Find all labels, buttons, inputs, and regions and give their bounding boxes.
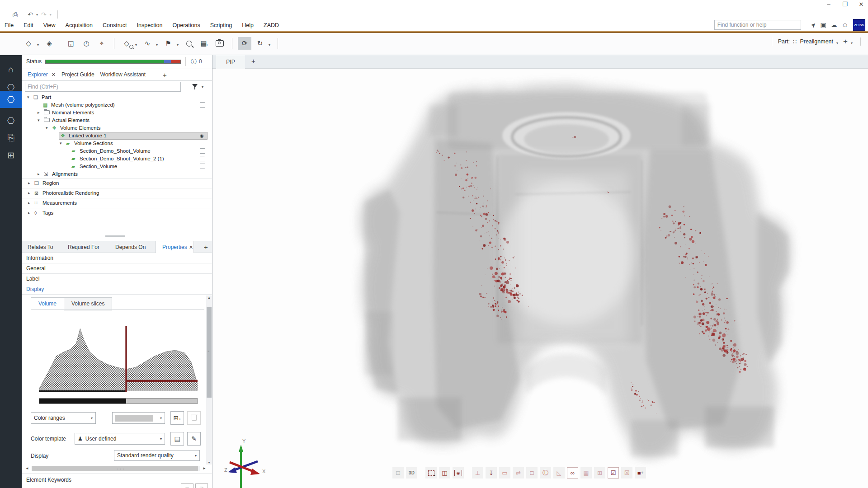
- 3d-view-button[interactable]: 3D: [406, 467, 417, 479]
- select-area-button[interactable]: [425, 467, 437, 479]
- keywords-button-2[interactable]: ⎘: [195, 483, 208, 488]
- visibility-checkbox[interactable]: [200, 102, 205, 108]
- tab-explorer[interactable]: Explorer✕: [28, 71, 56, 78]
- menu-help[interactable]: Help: [242, 22, 254, 28]
- tree-item-section-demo-shoot-volume-2-1-[interactable]: ▰Section_Demo_Shoot_Volume_2 (1): [22, 155, 212, 163]
- menu-edit[interactable]: Edit: [24, 22, 33, 28]
- rocket-icon[interactable]: ➤: [809, 20, 818, 29]
- voxel-grid-button[interactable]: ▦: [580, 467, 592, 479]
- section-label[interactable]: Label: [22, 274, 212, 284]
- section-information[interactable]: Information: [22, 253, 212, 263]
- tree-item-photorealistic-rendering[interactable]: ▸⊠Photorealistic Rendering: [22, 188, 212, 198]
- menu-acquisition[interactable]: Acquisition: [66, 22, 93, 28]
- tree-item-volume-elements[interactable]: ▾❖Volume Elements: [22, 124, 212, 132]
- zoom-element-button[interactable]: ◇: [120, 37, 133, 50]
- add-part-button[interactable]: +: [843, 37, 848, 46]
- tab-workflow-assistant[interactable]: Workflow Assistant: [100, 71, 146, 78]
- flag-label-button-caret-icon[interactable]: ▾: [177, 43, 179, 47]
- construct-tool-button-caret-icon[interactable]: ▾: [37, 43, 39, 47]
- sidebar-item-workspace-inspect[interactable]: ⎔: [0, 112, 22, 129]
- panel-splitter-handle[interactable]: [105, 235, 125, 237]
- reload-button[interactable]: ↻: [253, 37, 267, 50]
- redo-icon[interactable]: ↷: [41, 11, 47, 18]
- sidebar-item-apps[interactable]: ⊞: [0, 146, 22, 164]
- color-swatch-select[interactable]: ▾: [112, 412, 165, 424]
- eye-icon[interactable]: ◉: [200, 132, 204, 140]
- info-icon[interactable]: ⓘ: [191, 58, 197, 66]
- menu-scripting[interactable]: Scripting: [210, 22, 232, 28]
- pip-thumbnail-button[interactable]: ⊡: [392, 467, 404, 479]
- expander-icon[interactable]: ▾: [60, 140, 62, 147]
- viewport-tab-pip[interactable]: PIP: [216, 55, 245, 69]
- construct-tool-button[interactable]: ◇: [22, 37, 35, 50]
- rectangle-button[interactable]: ▭: [499, 467, 510, 479]
- viewport-layout-button[interactable]: ◱: [64, 37, 78, 50]
- find-input[interactable]: [25, 82, 181, 92]
- check-stack-button[interactable]: ☑: [608, 467, 619, 479]
- user-icon[interactable]: ☺: [842, 21, 848, 28]
- menu-view[interactable]: View: [43, 22, 56, 28]
- gift-icon[interactable]: ▣: [820, 21, 826, 28]
- tree-item-region[interactable]: ▸❏Region: [22, 178, 212, 188]
- add-explorer-tab-button[interactable]: +: [163, 71, 167, 79]
- tree-item-nominal-elements[interactable]: ▸Nominal Elements: [22, 109, 212, 117]
- tree-item-section-demo-shoot-volume[interactable]: ▰Section_Demo_Shoot_Volume: [22, 147, 212, 155]
- history-clock-button[interactable]: ◷: [80, 37, 93, 50]
- expander-icon[interactable]: ▾: [38, 117, 40, 124]
- render-quality-select[interactable]: Standard render quality▾: [114, 450, 200, 461]
- menu-file[interactable]: File: [5, 22, 14, 28]
- tab-volume-slices[interactable]: Volume slices: [64, 297, 112, 310]
- square-l-button[interactable]: Ⓛ: [540, 467, 551, 479]
- tab-required-for[interactable]: Required For: [68, 241, 99, 253]
- menu-operations[interactable]: Operations: [173, 22, 200, 28]
- layers-button[interactable]: ◈: [42, 37, 56, 50]
- section-path-button[interactable]: ∿: [141, 37, 154, 50]
- save-icon[interactable]: ⎙: [13, 11, 18, 19]
- expander-icon[interactable]: ▸: [28, 188, 30, 198]
- square-button[interactable]: □: [526, 467, 538, 479]
- menu-construct[interactable]: Construct: [103, 22, 127, 28]
- insert-plane-button[interactable]: ⊥: [472, 467, 483, 479]
- tree-item-section-volume[interactable]: ▰Section_Volume: [22, 163, 212, 170]
- cross-stack-button[interactable]: ☒: [621, 467, 632, 479]
- 3d-viewport[interactable]: PIP +: [212, 55, 868, 488]
- set-square-button[interactable]: ◺: [553, 467, 565, 479]
- element-keywords-header[interactable]: Element Keywords: [22, 474, 212, 483]
- camera-button[interactable]: [213, 37, 226, 50]
- tree-item-measurements[interactable]: ▸∷Measurements: [22, 198, 212, 208]
- visibility-checkbox[interactable]: [200, 156, 205, 161]
- linked-circles-button[interactable]: ∞: [567, 467, 578, 479]
- tab-depends-on[interactable]: Depends On: [115, 241, 146, 253]
- tone-mapping-bar[interactable]: [39, 398, 198, 404]
- delete-color-range-button[interactable]: [187, 411, 201, 425]
- reload-button-caret-icon[interactable]: ▾: [269, 43, 270, 47]
- visibility-checkbox[interactable]: [200, 164, 205, 169]
- tree-item-alignments[interactable]: ▸⇲Alignments: [22, 170, 212, 178]
- magnifier-button[interactable]: [182, 37, 196, 50]
- undo-caret-icon[interactable]: ▾: [36, 13, 38, 17]
- properties-horizontal-scrollbar[interactable]: ◄ ⋮⋮⋮ ►: [25, 465, 206, 472]
- menu-zadd[interactable]: ZADD: [264, 22, 279, 28]
- pin-view-button[interactable]: ⌖: [95, 37, 108, 50]
- eye-brackets-button[interactable]: ◉: [453, 467, 464, 479]
- expander-icon[interactable]: ▸: [38, 170, 40, 178]
- keywords-button-1[interactable]: ▣: [181, 483, 193, 488]
- insert-point-button[interactable]: ↧: [486, 467, 497, 479]
- close-tab-icon[interactable]: ✕: [52, 72, 56, 78]
- sidebar-item-home[interactable]: ⌂: [0, 61, 22, 78]
- section-path-button-caret-icon[interactable]: ▾: [156, 43, 158, 47]
- tree-item-part[interactable]: ▾❏Part: [22, 94, 212, 101]
- filter-funnel-icon[interactable]: [192, 84, 198, 88]
- expander-icon[interactable]: ▸: [28, 178, 30, 188]
- zoom-element-button-caret-icon[interactable]: ▾: [135, 43, 137, 47]
- menu-inspection[interactable]: Inspection: [137, 22, 163, 28]
- add-report-button[interactable]: ▤+: [198, 37, 211, 50]
- tab-relates-to[interactable]: Relates To: [28, 241, 53, 253]
- cloud-icon[interactable]: ☁: [831, 21, 837, 28]
- tree-item-volume-sections[interactable]: ▾▰Volume Sections: [22, 140, 212, 147]
- properties-vertical-scrollbar[interactable]: ▲ ≡ ▼: [206, 296, 212, 465]
- sync-update-button[interactable]: ⟳: [238, 37, 251, 50]
- tab-properties[interactable]: Properties: [156, 241, 194, 253]
- tree-item-tags[interactable]: ▸◊Tags: [22, 208, 212, 218]
- minimize-button[interactable]: –: [824, 1, 834, 8]
